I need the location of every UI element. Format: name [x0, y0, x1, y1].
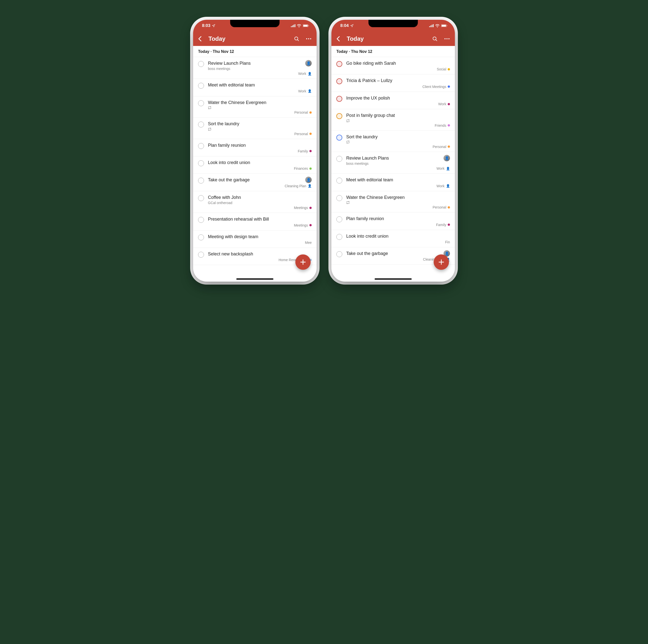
project-color-dot — [310, 207, 312, 209]
svg-rect-14 — [429, 26, 430, 27]
task-row[interactable]: Review Launch Plans boss meetings Work 👤… — [193, 57, 317, 79]
task-checkbox[interactable] — [198, 178, 204, 184]
task-row[interactable]: Look into credit union Fin — [331, 230, 455, 247]
task-checkbox[interactable] — [336, 156, 342, 162]
project-label[interactable]: Family — [436, 223, 450, 227]
task-checkbox[interactable] — [336, 135, 342, 141]
task-row[interactable]: Meet with editorial team Work 👤 — [193, 79, 317, 96]
location-icon — [350, 24, 354, 28]
task-row[interactable]: Review Launch Plans boss meetings Work 👤… — [331, 152, 455, 174]
svg-rect-17 — [433, 24, 434, 27]
project-label[interactable]: Friends — [435, 123, 450, 128]
task-row[interactable]: Water the Chinese Evergreen Personal — [331, 191, 455, 212]
task-title: Meet with editorial team — [208, 82, 312, 88]
task-checkbox[interactable] — [198, 217, 204, 223]
task-checkbox[interactable] — [198, 160, 204, 166]
task-checkbox[interactable] — [198, 235, 204, 240]
task-row[interactable]: Look into credit union Finances — [193, 156, 317, 174]
task-checkbox[interactable] — [336, 178, 342, 184]
recurring-icon — [208, 106, 211, 109]
project-color-dot — [310, 224, 312, 226]
project-label[interactable]: Finances — [294, 166, 312, 170]
task-row[interactable]: Meet with editorial team Work 👤 — [331, 174, 455, 191]
task-checkbox[interactable] — [336, 216, 342, 222]
project-label[interactable]: Personal — [294, 132, 312, 136]
project-color-dot — [310, 167, 312, 170]
person-icon: 👤 — [308, 72, 312, 76]
task-checkbox[interactable] — [336, 251, 342, 257]
task-row[interactable]: Water the Chinese Evergreen Personal — [193, 96, 317, 117]
section-header: Today · Thu Nov 12 — [193, 46, 317, 57]
task-checkbox[interactable] — [336, 113, 342, 119]
more-button[interactable] — [306, 38, 312, 40]
project-label[interactable]: Family — [298, 149, 312, 153]
search-button[interactable] — [294, 36, 299, 42]
task-title: Improve the UX polish — [346, 95, 450, 101]
device-notch — [230, 20, 279, 27]
task-row[interactable]: Improve the UX polish Work — [331, 92, 455, 109]
svg-rect-0 — [291, 26, 292, 27]
project-label[interactable]: Social — [437, 67, 450, 71]
back-button[interactable] — [198, 36, 205, 42]
project-label[interactable]: Meetings — [294, 223, 312, 227]
task-checkbox[interactable] — [336, 195, 342, 201]
project-label[interactable]: Personal — [433, 145, 450, 149]
phone-mockup: 8:03 Today Today · Thu Nov 12 Review Lau — [193, 20, 317, 282]
assignee-avatar[interactable]: 👤 — [305, 60, 312, 66]
project-label[interactable]: Work 👤 — [437, 184, 450, 188]
project-color-dot — [448, 224, 450, 226]
recurring-icon — [208, 128, 211, 131]
task-subtitle — [346, 201, 450, 204]
task-checkbox[interactable] — [336, 61, 342, 67]
project-label[interactable]: Fin — [445, 240, 450, 244]
add-task-button[interactable] — [295, 254, 311, 270]
task-checkbox[interactable] — [198, 195, 204, 201]
task-checkbox[interactable] — [198, 252, 204, 258]
project-label[interactable]: Cleaning Plan 👤 — [285, 184, 312, 188]
task-row[interactable]: Take out the garbage Cleaning Plan 👤 👤 — [193, 174, 317, 191]
task-row[interactable]: Coffee with John GCal ontheroad Meetings — [193, 191, 317, 213]
task-checkbox[interactable] — [336, 234, 342, 240]
device-notch — [369, 20, 418, 27]
more-button[interactable] — [444, 38, 450, 40]
svg-point-10 — [308, 38, 309, 39]
task-row[interactable]: Go bike riding with Sarah Social — [331, 57, 455, 75]
task-row[interactable]: Meeting with design team Mee — [193, 231, 317, 248]
task-row[interactable]: Sort the laundry Personal — [193, 117, 317, 139]
project-label[interactable]: Work 👤 — [437, 166, 450, 170]
project-label[interactable]: Mee — [305, 241, 312, 245]
svg-rect-6 — [309, 25, 309, 26]
add-task-button[interactable] — [434, 254, 449, 270]
task-title: Take out the garbage — [208, 177, 312, 183]
project-label[interactable]: Work — [438, 102, 450, 106]
task-checkbox[interactable] — [336, 96, 342, 102]
task-checkbox[interactable] — [336, 78, 342, 84]
task-row[interactable]: Tricia & Patrick – Lullzy Client Meeting… — [331, 75, 455, 92]
task-subtitle: boss meetings — [346, 161, 450, 165]
task-row[interactable]: Post in family group chat Friends — [331, 109, 455, 131]
task-checkbox[interactable] — [198, 143, 204, 149]
task-checkbox[interactable] — [198, 100, 204, 106]
project-color-dot — [448, 146, 450, 148]
project-label[interactable]: Work 👤 — [298, 71, 312, 76]
task-checkbox[interactable] — [198, 61, 204, 67]
task-row[interactable]: Plan family reunion Family — [193, 139, 317, 156]
project-label[interactable]: Meetings — [294, 206, 312, 210]
assignee-avatar[interactable]: 👤 — [443, 155, 450, 161]
svg-point-25 — [448, 38, 449, 39]
project-label[interactable]: Personal — [294, 110, 312, 114]
project-label[interactable]: Client Meetings — [423, 85, 450, 89]
task-checkbox[interactable] — [198, 83, 204, 89]
task-row[interactable]: Presentation rehearsal with Bill Meeting… — [193, 213, 317, 230]
project-label[interactable]: Work 👤 — [298, 89, 312, 93]
back-button[interactable] — [336, 36, 343, 42]
task-row[interactable]: Plan family reunion Family — [331, 212, 455, 230]
svg-point-9 — [306, 38, 307, 39]
svg-rect-1 — [292, 26, 293, 27]
task-row[interactable]: Sort the laundry Personal — [331, 131, 455, 152]
search-button[interactable] — [432, 36, 438, 42]
project-label[interactable]: Personal — [433, 205, 450, 209]
task-checkbox[interactable] — [198, 121, 204, 128]
battery-icon — [441, 24, 447, 27]
project-color-dot — [448, 86, 450, 88]
